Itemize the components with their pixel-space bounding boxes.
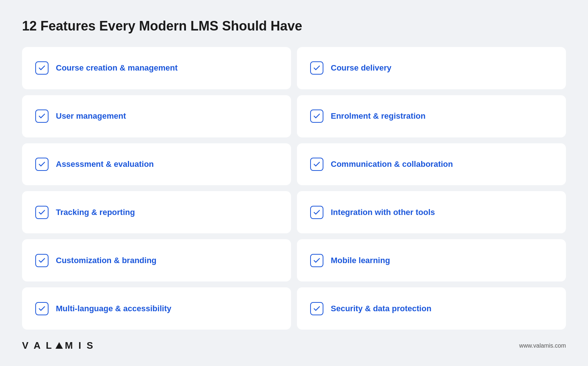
feature-label-10: Mobile learning [331, 256, 390, 265]
checkbox-icon-11 [35, 302, 49, 315]
feature-card-1: Course creation & management [22, 47, 291, 89]
features-grid: Course creation & management Course deli… [22, 47, 566, 330]
feature-card-2: Course delivery [297, 47, 566, 89]
feature-card-7: Tracking & reporting [22, 191, 291, 233]
logo: V A L M I S [22, 340, 94, 351]
feature-label-3: User management [56, 111, 126, 121]
checkbox-icon-5 [35, 158, 49, 171]
page-wrapper: 12 Features Every Modern LMS Should Have… [0, 0, 588, 366]
feature-card-6: Communication & collaboration [297, 143, 566, 186]
feature-card-9: Customization & branding [22, 239, 291, 281]
feature-label-1: Course creation & management [56, 63, 178, 73]
feature-label-9: Customization & branding [56, 256, 157, 265]
feature-card-12: Security & data protection [297, 287, 566, 330]
checkbox-icon-4 [310, 110, 323, 123]
feature-card-5: Assessment & evaluation [22, 143, 291, 186]
feature-label-12: Security & data protection [331, 304, 431, 313]
checkbox-icon-2 [310, 61, 323, 75]
footer-url: www.valamis.com [519, 342, 566, 349]
feature-label-8: Integration with other tools [331, 208, 435, 217]
feature-card-4: Enrolment & registration [297, 95, 566, 137]
feature-card-11: Multi-language & accessibility [22, 287, 291, 330]
checkbox-icon-10 [310, 254, 323, 267]
checkbox-icon-3 [35, 110, 49, 123]
feature-card-10: Mobile learning [297, 239, 566, 281]
checkbox-icon-12 [310, 302, 323, 315]
checkbox-icon-6 [310, 158, 323, 171]
logo-triangle-icon [55, 342, 63, 349]
footer: V A L M I S www.valamis.com [22, 340, 566, 351]
feature-label-7: Tracking & reporting [56, 208, 135, 217]
checkbox-icon-1 [35, 61, 49, 75]
feature-card-3: User management [22, 95, 291, 137]
checkbox-icon-7 [35, 206, 49, 219]
feature-label-5: Assessment & evaluation [56, 159, 154, 169]
feature-label-11: Multi-language & accessibility [56, 304, 171, 313]
checkbox-icon-8 [310, 206, 323, 219]
feature-label-6: Communication & collaboration [331, 159, 453, 169]
feature-label-4: Enrolment & registration [331, 111, 426, 121]
feature-card-8: Integration with other tools [297, 191, 566, 233]
checkbox-icon-9 [35, 254, 49, 267]
feature-label-2: Course delivery [331, 63, 391, 73]
page-title: 12 Features Every Modern LMS Should Have [22, 18, 566, 34]
